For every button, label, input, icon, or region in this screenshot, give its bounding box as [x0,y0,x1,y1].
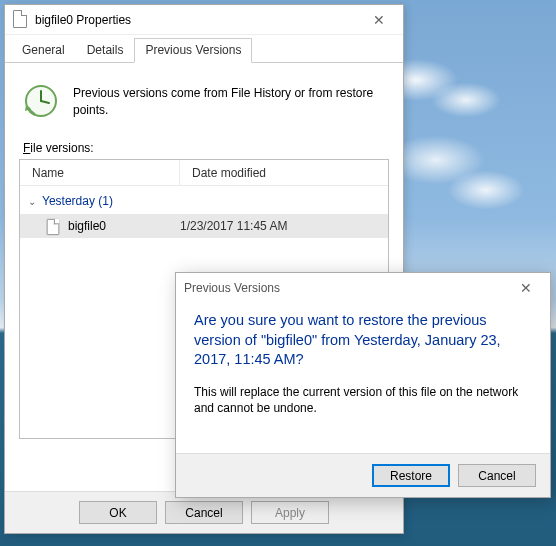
apply-button[interactable]: Apply [251,501,329,524]
cancel-button[interactable]: Cancel [165,501,243,524]
confirm-body: Are you sure you want to restore the pre… [176,303,550,429]
tab-strip: General Details Previous Versions [5,35,403,63]
history-clock-icon [23,83,59,119]
column-date-modified[interactable]: Date modified [180,160,388,185]
confirm-button-row: Restore Cancel [176,453,550,497]
confirm-sub-text: This will replace the current version of… [194,384,532,418]
restore-button[interactable]: Restore [372,464,450,487]
list-header: Name Date modified [20,160,388,186]
confirm-dialog: Previous Versions ✕ Are you sure you wan… [175,272,551,498]
file-icon [46,218,60,235]
version-date: 1/23/2017 11:45 AM [180,219,287,233]
group-yesterday[interactable]: ⌄ Yesterday (1) [20,186,388,214]
chevron-down-icon: ⌄ [28,196,36,207]
intro-section: Previous versions come from File History… [19,77,389,133]
file-versions-label: File versions: [23,141,389,155]
close-icon[interactable]: ✕ [359,7,399,33]
close-icon[interactable]: ✕ [506,275,546,301]
properties-titlebar[interactable]: bigfile0 Properties ✕ [5,5,403,35]
version-name: bigfile0 [68,219,180,233]
file-icon [13,10,29,30]
ok-button[interactable]: OK [79,501,157,524]
confirm-title: Previous Versions [184,281,506,295]
column-name[interactable]: Name [20,160,180,185]
tab-previous-versions[interactable]: Previous Versions [134,38,252,63]
confirm-main-text: Are you sure you want to restore the pre… [194,311,532,370]
confirm-titlebar[interactable]: Previous Versions ✕ [176,273,550,303]
version-row[interactable]: bigfile0 1/23/2017 11:45 AM [20,214,388,238]
tab-general[interactable]: General [11,38,76,62]
cancel-button[interactable]: Cancel [458,464,536,487]
intro-text: Previous versions come from File History… [73,83,389,119]
window-title: bigfile0 Properties [35,13,359,27]
group-label: Yesterday (1) [42,194,113,208]
tab-details[interactable]: Details [76,38,135,62]
